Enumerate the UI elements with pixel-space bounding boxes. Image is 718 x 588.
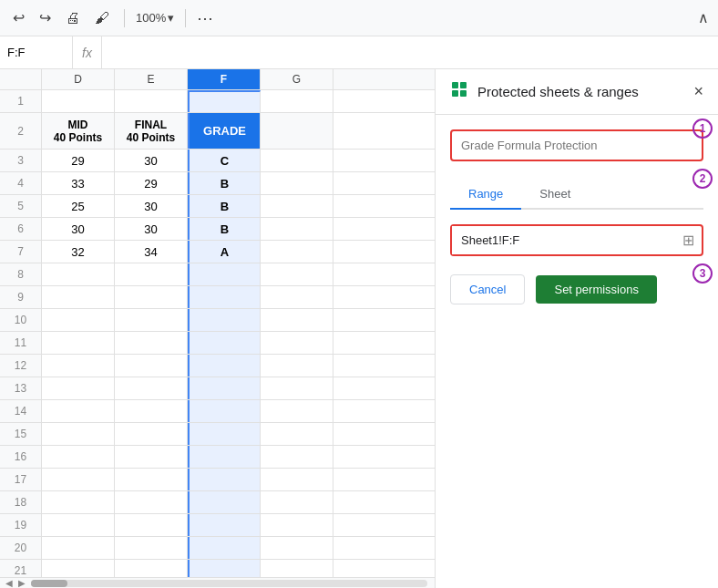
cell-f13[interactable] <box>188 377 261 399</box>
cell-g17[interactable] <box>261 469 333 490</box>
tab-range[interactable]: Range <box>450 180 521 210</box>
col-header-f[interactable]: F <box>188 69 261 89</box>
cell-g3[interactable] <box>261 150 333 171</box>
cell-e20[interactable] <box>115 537 188 559</box>
more-button[interactable]: ⋯ <box>197 8 213 28</box>
scroll-right-arrow[interactable]: ▶ <box>16 578 27 588</box>
cell-g18[interactable] <box>261 491 333 513</box>
horizontal-scrollbar[interactable]: ◀ ▶ <box>0 577 435 588</box>
cell-f11[interactable] <box>188 332 261 354</box>
print-button[interactable]: 🖨 <box>62 6 84 30</box>
cell-g1[interactable] <box>261 90 333 112</box>
cell-d5[interactable]: 25 <box>42 195 115 217</box>
cell-f8[interactable] <box>188 263 261 285</box>
range-input[interactable] <box>452 226 675 254</box>
cell-d2[interactable]: MID 40 Points <box>42 113 115 149</box>
cell-e6[interactable]: 30 <box>115 218 188 240</box>
cell-f12[interactable] <box>188 355 261 377</box>
cell-g4[interactable] <box>261 172 333 194</box>
cell-f14[interactable] <box>188 400 261 422</box>
scroll-thumb[interactable] <box>31 580 67 587</box>
cell-d1[interactable] <box>42 90 115 112</box>
redo-button[interactable]: ↪ <box>36 5 55 30</box>
cell-g21[interactable] <box>261 560 333 577</box>
cell-e18[interactable] <box>115 491 188 513</box>
cell-e21[interactable] <box>115 560 188 577</box>
cell-e12[interactable] <box>115 355 188 377</box>
cell-f7[interactable]: A <box>188 241 261 263</box>
cell-e1[interactable] <box>115 90 188 112</box>
cell-d13[interactable] <box>42 377 115 399</box>
cell-e3[interactable]: 30 <box>115 150 188 171</box>
cell-f20[interactable] <box>188 537 261 559</box>
cell-e13[interactable] <box>115 377 188 399</box>
cell-g16[interactable] <box>261 446 333 468</box>
cell-g9[interactable] <box>261 286 333 308</box>
cell-e9[interactable] <box>115 286 188 308</box>
cell-d12[interactable] <box>42 355 115 377</box>
range-grid-icon[interactable]: ⊞ <box>675 226 702 254</box>
cell-d16[interactable] <box>42 446 115 468</box>
cell-e10[interactable] <box>115 309 188 331</box>
set-permissions-button[interactable]: Set permissions <box>536 275 656 304</box>
cell-d8[interactable] <box>42 263 115 285</box>
cell-d9[interactable] <box>42 286 115 308</box>
cell-d6[interactable]: 30 <box>42 218 115 240</box>
cell-f5[interactable]: B <box>188 195 261 217</box>
cell-e5[interactable]: 30 <box>115 195 188 217</box>
cell-d14[interactable] <box>42 400 115 422</box>
cell-e16[interactable] <box>115 446 188 468</box>
cell-d11[interactable] <box>42 332 115 354</box>
cell-g6[interactable] <box>261 218 333 240</box>
cell-e2[interactable]: FINAL 40 Points <box>115 113 188 149</box>
cell-f17[interactable] <box>188 469 261 490</box>
cell-f1[interactable] <box>188 90 261 112</box>
cell-e4[interactable]: 29 <box>115 172 188 194</box>
cell-g11[interactable] <box>261 332 333 354</box>
zoom-button[interactable]: 100% ▾ <box>136 11 174 25</box>
cell-g20[interactable] <box>261 537 333 559</box>
cell-g19[interactable] <box>261 514 333 536</box>
cell-e8[interactable] <box>115 263 188 285</box>
protection-name-input[interactable] <box>450 129 703 161</box>
cell-g5[interactable] <box>261 195 333 217</box>
cell-d20[interactable] <box>42 537 115 559</box>
cell-e7[interactable]: 34 <box>115 241 188 263</box>
cell-e17[interactable] <box>115 469 188 490</box>
collapse-button[interactable]: ∧ <box>698 9 709 26</box>
cell-e19[interactable] <box>115 514 188 536</box>
cell-reference[interactable]: F:F <box>0 36 73 68</box>
cell-g15[interactable] <box>261 423 333 445</box>
cell-g12[interactable] <box>261 355 333 377</box>
cell-d17[interactable] <box>42 469 115 490</box>
cell-g8[interactable] <box>261 263 333 285</box>
cell-g13[interactable] <box>261 377 333 399</box>
cell-f4[interactable]: B <box>188 172 261 194</box>
cell-d18[interactable] <box>42 491 115 513</box>
cell-f2[interactable]: GRADE <box>188 113 261 149</box>
cell-f21[interactable] <box>188 560 261 577</box>
cell-f9[interactable] <box>188 286 261 308</box>
col-header-e[interactable]: E <box>115 69 188 89</box>
cell-d3[interactable]: 29 <box>42 150 115 171</box>
cell-e15[interactable] <box>115 423 188 445</box>
panel-close-button[interactable]: × <box>693 82 703 101</box>
col-header-d[interactable]: D <box>42 69 115 89</box>
cell-f3[interactable]: C <box>188 150 261 171</box>
cell-d7[interactable]: 32 <box>42 241 115 263</box>
col-header-g[interactable]: G <box>261 69 333 89</box>
cell-g7[interactable] <box>261 241 333 263</box>
tab-sheet[interactable]: Sheet <box>521 180 589 210</box>
cancel-button[interactable]: Cancel <box>450 274 525 304</box>
cell-f15[interactable] <box>188 423 261 445</box>
cell-e11[interactable] <box>115 332 188 354</box>
formula-input[interactable] <box>102 46 718 59</box>
scroll-left-arrow[interactable]: ◀ <box>4 578 15 588</box>
cell-d10[interactable] <box>42 309 115 331</box>
cell-d15[interactable] <box>42 423 115 445</box>
cell-d4[interactable]: 33 <box>42 172 115 194</box>
cell-d19[interactable] <box>42 514 115 536</box>
cell-f16[interactable] <box>188 446 261 468</box>
cell-f19[interactable] <box>188 514 261 536</box>
scroll-track[interactable] <box>31 580 427 587</box>
